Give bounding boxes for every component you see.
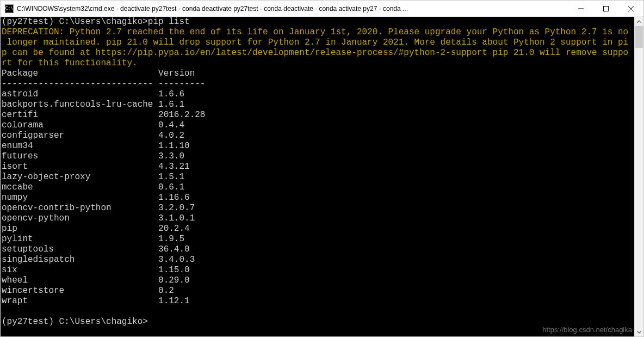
terminal-line: longer maintained. pip 21.0 will drop su… xyxy=(2,38,634,48)
terminal-line: numpy 1.16.6 xyxy=(2,193,634,203)
terminal-line: (py27test) C:\Users\chagiko> xyxy=(2,317,634,327)
terminal-line: wincertstore 0.2 xyxy=(2,286,634,296)
minimize-icon xyxy=(578,6,584,11)
terminal-line: certifi 2016.2.28 xyxy=(2,110,634,120)
chevron-up-icon xyxy=(637,20,641,24)
maximize-icon xyxy=(603,6,609,11)
window-titlebar: C:\ C:\WINDOWS\system32\cmd.exe - deacti… xyxy=(1,1,643,17)
vertical-scrollbar[interactable] xyxy=(634,17,643,336)
scroll-down-button[interactable] xyxy=(635,327,643,336)
terminal-line: opencv-python 3.1.0.1 xyxy=(2,213,634,224)
terminal-output[interactable]: (py27test) C:\Users\chagiko>pip listDEPR… xyxy=(1,17,634,336)
scroll-thumb[interactable] xyxy=(635,26,643,48)
svg-rect-0 xyxy=(604,6,609,11)
terminal-line: mccabe 0.6.1 xyxy=(2,182,634,193)
chevron-down-icon xyxy=(637,330,641,334)
maximize-button[interactable] xyxy=(593,1,618,16)
terminal-line xyxy=(2,307,634,317)
terminal-line: rt for this functionality. xyxy=(2,58,634,69)
terminal-line: isort 4.3.21 xyxy=(2,162,634,172)
close-icon xyxy=(628,6,634,11)
terminal-line: backports.functools-lru-cache 1.6.1 xyxy=(2,100,634,110)
terminal-line: pylint 1.9.5 xyxy=(2,234,634,244)
terminal-line: opencv-contrib-python 3.2.0.7 xyxy=(2,203,634,213)
terminal-line: p can be found at https://pip.pypa.io/en… xyxy=(2,48,634,58)
scroll-track[interactable] xyxy=(635,26,643,327)
scroll-up-button[interactable] xyxy=(635,17,643,26)
window-controls xyxy=(568,1,643,16)
terminal-line: astroid 1.6.6 xyxy=(2,89,634,100)
terminal-line: (py27test) C:\Users\chagiko>pip list xyxy=(2,17,634,27)
terminal-line: enum34 1.1.10 xyxy=(2,141,634,151)
terminal-line: colorama 0.4.4 xyxy=(2,120,634,131)
cmd-icon: C:\ xyxy=(5,4,14,13)
terminal-line: six 1.15.0 xyxy=(2,265,634,275)
terminal-line: lazy-object-proxy 1.5.1 xyxy=(2,172,634,182)
terminal-line: ----------------------------- --------- xyxy=(2,79,634,89)
terminal-line: singledispatch 3.4.0.3 xyxy=(2,255,634,265)
minimize-button[interactable] xyxy=(568,1,593,16)
terminal-line: DEPRECATION: Python 2.7 reached the end … xyxy=(2,27,634,38)
terminal-line: setuptools 36.4.0 xyxy=(2,244,634,255)
close-button[interactable] xyxy=(618,1,643,16)
terminal-line: futures 3.3.0 xyxy=(2,151,634,162)
terminal-line: wrapt 1.12.1 xyxy=(2,296,634,307)
terminal-line: wheel 0.29.0 xyxy=(2,275,634,286)
terminal-line: Package Version xyxy=(2,69,634,79)
window-title: C:\WINDOWS\system32\cmd.exe - deactivate… xyxy=(17,5,568,13)
terminal-line: pip 20.2.4 xyxy=(2,224,634,234)
terminal-line: configparser 4.0.2 xyxy=(2,131,634,141)
